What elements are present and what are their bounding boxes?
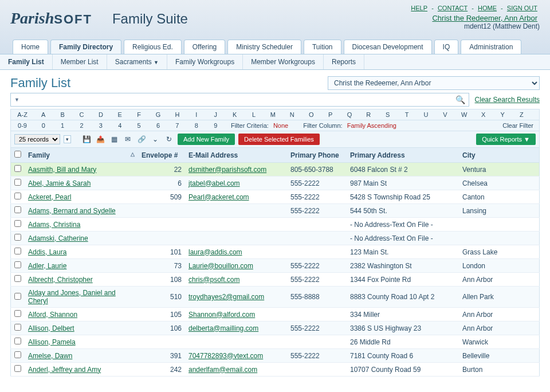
save-icon[interactable]: 💾 <box>81 134 92 144</box>
family-link[interactable]: Adler, Laurie <box>28 262 66 270</box>
row-checkbox[interactable] <box>14 220 21 227</box>
signout-link[interactable]: SIGN OUT <box>507 5 537 11</box>
col-envelope-header[interactable]: Envelope # <box>138 148 185 163</box>
org-link[interactable]: Christ the Redeemer, Ann Arbor <box>432 14 537 22</box>
row-checkbox[interactable] <box>14 310 21 317</box>
row-checkbox[interactable] <box>14 165 21 172</box>
row-checkbox[interactable] <box>14 324 21 331</box>
email-link[interactable]: jtabel@abel.com <box>188 179 240 187</box>
clear-search-link[interactable]: Clear Search Results <box>475 96 540 104</box>
row-checkbox[interactable] <box>14 248 21 254</box>
email-link[interactable]: delberta@mailling.com <box>188 324 258 332</box>
tab-tuition[interactable]: Tuition <box>304 40 341 54</box>
alpha-F[interactable]: F <box>129 109 148 120</box>
num-0-9[interactable]: 0-9 <box>11 120 34 131</box>
search-dropdown-icon[interactable]: ▼ <box>14 97 19 103</box>
subtab-family-workgroups[interactable]: Family Workgroups <box>167 54 243 69</box>
alpha-H[interactable]: H <box>168 109 187 120</box>
alpha-J[interactable]: J <box>206 109 225 120</box>
family-link[interactable]: Allison, Delbert <box>28 324 74 332</box>
row-checkbox[interactable] <box>14 206 21 213</box>
row-checkbox[interactable] <box>14 351 21 358</box>
alpha-M[interactable]: M <box>264 109 282 120</box>
alpha-D[interactable]: D <box>91 109 110 120</box>
email-link[interactable]: Pearl@ackeret.com <box>188 193 249 201</box>
alpha-K[interactable]: K <box>225 109 244 120</box>
family-link[interactable]: Amelse, Dawn <box>28 352 72 360</box>
quick-reports-button[interactable]: Quick Reports ▼ <box>476 134 536 145</box>
row-checkbox[interactable] <box>14 234 21 241</box>
num-9[interactable]: 9 <box>206 120 225 131</box>
clear-filter-link[interactable]: Clear Filter <box>502 122 533 129</box>
row-checkbox[interactable] <box>14 293 21 300</box>
row-checkbox[interactable] <box>14 275 21 282</box>
family-link[interactable]: Alford, Shannon <box>28 311 77 319</box>
row-checkbox[interactable] <box>14 338 21 344</box>
alpha-O[interactable]: O <box>301 109 320 120</box>
alpha-R[interactable]: R <box>359 109 378 120</box>
select-all-checkbox[interactable] <box>14 151 21 158</box>
alpha-Z[interactable]: Z <box>512 109 531 120</box>
add-family-button[interactable]: Add New Family <box>178 134 235 145</box>
refresh-icon[interactable]: ↻ <box>164 134 174 144</box>
col-address-header[interactable]: Primary Address <box>347 148 459 163</box>
subtab-sacraments[interactable]: Sacraments ▼ <box>107 54 167 69</box>
tab-administration[interactable]: Administration <box>461 40 521 54</box>
merge-icon[interactable]: 🔗 <box>136 134 147 144</box>
num-2[interactable]: 2 <box>72 120 91 131</box>
contact-link[interactable]: CONTACT <box>438 5 467 11</box>
home-link[interactable]: HOME <box>478 5 497 11</box>
grid-icon[interactable]: ▦ <box>109 134 119 144</box>
col-phone-header[interactable]: Primary Phone <box>287 148 347 163</box>
family-link[interactable]: Adams, Christina <box>28 221 80 229</box>
search-input[interactable] <box>22 96 455 104</box>
delete-families-button[interactable]: Delete Selected Families <box>238 134 320 145</box>
alpha-E[interactable]: E <box>111 109 129 120</box>
alpha-U[interactable]: U <box>417 109 435 120</box>
num-7[interactable]: 7 <box>168 120 187 131</box>
row-checkbox[interactable] <box>14 179 21 186</box>
family-link[interactable]: Alday and Jones, Daniel and Cheryl <box>28 289 116 305</box>
col-family-header[interactable]: Family <box>28 151 50 159</box>
num-1[interactable]: 1 <box>53 120 72 131</box>
email-link[interactable]: troydhayes2@gmail.com <box>188 293 264 301</box>
num-3[interactable]: 3 <box>91 120 110 131</box>
family-link[interactable]: Allison, Pamela <box>28 338 76 346</box>
family-link[interactable]: Aasmith, Bill and Mary <box>28 166 96 174</box>
mail-icon[interactable]: ✉ <box>123 134 133 144</box>
email-link[interactable]: chris@psoft.com <box>188 276 240 284</box>
num-8[interactable]: 8 <box>187 120 206 131</box>
alpha-Q[interactable]: Q <box>340 109 359 120</box>
email-link[interactable]: Shannon@alford.com <box>188 311 255 319</box>
subtab-member-workgroups[interactable]: Member Workgroups <box>243 54 324 69</box>
family-link[interactable]: Abel, Jamie & Sarah <box>28 179 91 187</box>
col-email-header[interactable]: E-Mail Address <box>185 148 287 163</box>
email-link[interactable]: Laurie@bouillon.com <box>188 262 253 270</box>
tab-religious-ed-[interactable]: Religious Ed. <box>124 40 182 54</box>
alpha-N[interactable]: N <box>282 109 301 120</box>
subtab-family-list[interactable]: Family List <box>0 54 53 69</box>
tab-diocesan-development[interactable]: Diocesan Development <box>344 40 432 54</box>
row-checkbox[interactable] <box>14 193 21 199</box>
email-link[interactable]: 7047782893@vtext.com <box>188 352 263 360</box>
records-select[interactable]: 25 records <box>14 134 60 144</box>
alpha-A[interactable]: A <box>34 109 53 120</box>
num-0[interactable]: 0 <box>34 120 53 131</box>
row-checkbox[interactable] <box>14 365 21 372</box>
family-link[interactable]: Adamski, Catherine <box>28 234 88 242</box>
subtab-reports[interactable]: Reports <box>324 54 364 69</box>
col-city-header[interactable]: City <box>459 148 540 163</box>
org-select[interactable]: Christ the Redeemer, Ann Arbor <box>328 76 540 90</box>
alpha-W[interactable]: W <box>455 109 474 120</box>
alpha-L[interactable]: L <box>244 109 263 120</box>
family-link[interactable]: Addis, Laura <box>28 248 66 256</box>
alpha-P[interactable]: P <box>321 109 340 120</box>
family-link[interactable]: Adams, Bernard and Sydelle <box>28 207 116 215</box>
email-link[interactable]: anderlfam@email.com <box>188 366 257 374</box>
tab-family-directory[interactable]: Family Directory <box>50 40 121 54</box>
num-4[interactable]: 4 <box>111 120 129 131</box>
alpha-X[interactable]: X <box>474 109 493 120</box>
tab-offering[interactable]: Offering <box>184 40 225 54</box>
alpha-V[interactable]: V <box>435 109 454 120</box>
tab-ministry-scheduler[interactable]: Ministry Scheduler <box>227 40 301 54</box>
